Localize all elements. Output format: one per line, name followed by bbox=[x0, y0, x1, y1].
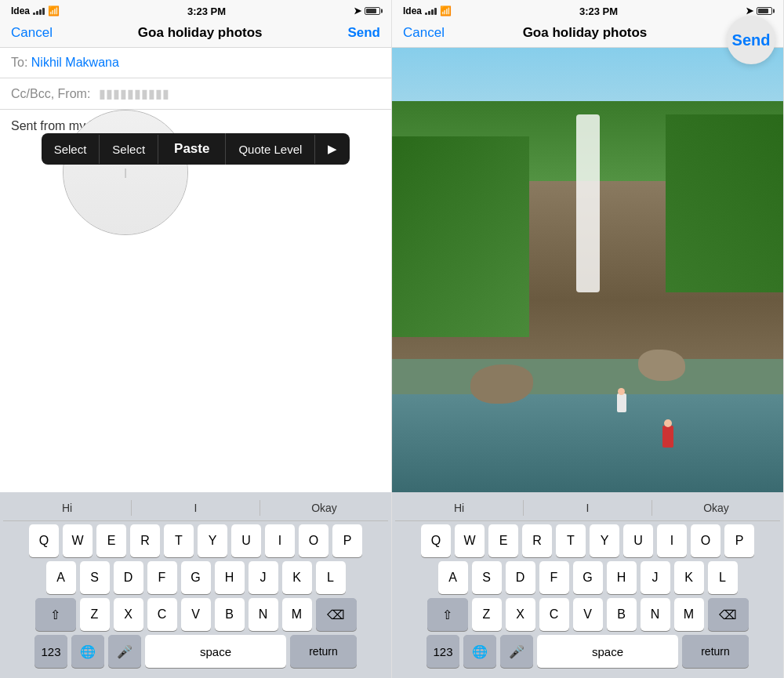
key-w-left[interactable]: W bbox=[63, 524, 93, 557]
nav-bar-left: Cancel Goa holiday photos Send bbox=[0, 20, 391, 48]
key-o-right[interactable]: O bbox=[691, 524, 720, 557]
key-u-right[interactable]: U bbox=[623, 524, 653, 557]
key-mic-right[interactable]: 🎤 bbox=[500, 635, 533, 668]
water-pool bbox=[392, 394, 783, 492]
key-q-left[interactable]: Q bbox=[29, 524, 59, 557]
key-a-right[interactable]: A bbox=[438, 561, 468, 594]
key-v-left[interactable]: V bbox=[181, 598, 211, 631]
key-shift-left[interactable]: ⇧ bbox=[35, 598, 76, 631]
key-return-left[interactable]: return bbox=[290, 635, 357, 668]
key-r-left[interactable]: R bbox=[130, 524, 160, 557]
suggestion-hi-right[interactable]: Hi bbox=[395, 500, 524, 516]
key-d-right[interactable]: D bbox=[506, 561, 535, 594]
key-p-left[interactable]: P bbox=[332, 524, 362, 557]
rock-right bbox=[638, 350, 685, 381]
key-w-right[interactable]: W bbox=[455, 524, 485, 557]
right-phone-panel: Send Idea 📶 3:23 PM ➤ Cancel Goa holiday… bbox=[392, 0, 784, 678]
key-x-left[interactable]: X bbox=[114, 598, 143, 631]
key-l-right[interactable]: L bbox=[708, 561, 738, 594]
key-d-left[interactable]: D bbox=[114, 561, 143, 594]
key-x-right[interactable]: X bbox=[506, 598, 535, 631]
suggestion-okay-right[interactable]: Okay bbox=[652, 500, 780, 516]
suggestions-left: Hi I Okay bbox=[3, 497, 388, 521]
key-o-left[interactable]: O bbox=[299, 524, 328, 557]
context-select[interactable]: Select bbox=[100, 135, 158, 164]
context-paste[interactable]: Paste bbox=[158, 133, 226, 165]
key-delete-left[interactable]: ⌫ bbox=[316, 598, 357, 631]
key-delete-right[interactable]: ⌫ bbox=[708, 598, 749, 631]
key-return-right[interactable]: return bbox=[682, 635, 749, 668]
send-button-left[interactable]: Send bbox=[347, 25, 380, 41]
key-n-left[interactable]: N bbox=[249, 598, 278, 631]
mic-icon-right: 🎤 bbox=[509, 644, 524, 659]
key-h-left[interactable]: H bbox=[215, 561, 245, 594]
key-g-left[interactable]: G bbox=[181, 561, 211, 594]
key-z-right[interactable]: Z bbox=[472, 598, 502, 631]
send-button-circle-right[interactable]: Send bbox=[727, 16, 775, 64]
key-y-right[interactable]: Y bbox=[590, 524, 619, 557]
key-e-left[interactable]: E bbox=[96, 524, 126, 557]
key-globe-right[interactable]: 🌐 bbox=[463, 635, 496, 668]
key-space-left[interactable]: space bbox=[145, 635, 286, 668]
suggestion-i-left[interactable]: I bbox=[132, 500, 260, 516]
waterfall-image bbox=[392, 48, 783, 492]
key-m-right[interactable]: M bbox=[674, 598, 704, 631]
context-select-all[interactable]: Select bbox=[42, 135, 100, 164]
key-mic-left[interactable]: 🎤 bbox=[108, 635, 141, 668]
ccbcc-field-left[interactable]: Cc/Bcc, From: ▮▮▮▮▮▮▮▮▮▮ bbox=[0, 78, 391, 110]
key-i-left[interactable]: I bbox=[265, 524, 295, 557]
key-shift-right[interactable]: ⇧ bbox=[427, 598, 468, 631]
key-globe-left[interactable]: 🌐 bbox=[71, 635, 104, 668]
key-k-left[interactable]: K bbox=[282, 561, 312, 594]
carrier-left: Idea bbox=[11, 5, 30, 16]
key-f-left[interactable]: F bbox=[147, 561, 177, 594]
key-m-left[interactable]: M bbox=[282, 598, 312, 631]
location-icon-right: ➤ bbox=[746, 5, 753, 16]
key-c-left[interactable]: C bbox=[147, 598, 177, 631]
key-b-right[interactable]: B bbox=[607, 598, 637, 631]
key-space-right[interactable]: space bbox=[537, 635, 678, 668]
context-more[interactable]: ▶ bbox=[315, 134, 350, 164]
suggestion-i-right[interactable]: I bbox=[524, 500, 652, 516]
key-i-right[interactable]: I bbox=[657, 524, 687, 557]
key-l-left[interactable]: L bbox=[316, 561, 346, 594]
key-v-right[interactable]: V bbox=[573, 598, 603, 631]
key-k-right[interactable]: K bbox=[674, 561, 704, 594]
key-s-left[interactable]: S bbox=[80, 561, 110, 594]
key-row-1-left: Q W E R T Y U I O P bbox=[3, 524, 388, 557]
key-z-left[interactable]: Z bbox=[80, 598, 110, 631]
key-h-right[interactable]: H bbox=[607, 561, 637, 594]
person-2-head bbox=[618, 388, 625, 395]
cancel-button-left[interactable]: Cancel bbox=[11, 25, 53, 41]
key-f-right[interactable]: F bbox=[539, 561, 569, 594]
key-123-right[interactable]: 123 bbox=[426, 635, 459, 668]
wifi-icon-left: 📶 bbox=[48, 5, 60, 16]
suggestion-hi-left[interactable]: Hi bbox=[3, 500, 132, 516]
key-g-right[interactable]: G bbox=[573, 561, 603, 594]
key-y-left[interactable]: Y bbox=[198, 524, 227, 557]
key-b-left[interactable]: B bbox=[215, 598, 245, 631]
key-n-right[interactable]: N bbox=[641, 598, 670, 631]
key-t-right[interactable]: T bbox=[556, 524, 586, 557]
key-r-right[interactable]: R bbox=[522, 524, 552, 557]
cancel-button-right[interactable]: Cancel bbox=[403, 25, 445, 41]
key-a-left[interactable]: A bbox=[46, 561, 76, 594]
nav-bar-right: Cancel Goa holiday photos bbox=[392, 20, 783, 48]
key-t-left[interactable]: T bbox=[164, 524, 194, 557]
key-123-left[interactable]: 123 bbox=[34, 635, 67, 668]
carrier-right: Idea bbox=[403, 5, 422, 16]
key-e-right[interactable]: E bbox=[488, 524, 518, 557]
key-s-right[interactable]: S bbox=[472, 561, 502, 594]
key-u-left[interactable]: U bbox=[231, 524, 261, 557]
email-body-left[interactable]: Sent from my iPhone bbox=[0, 110, 391, 492]
key-j-right[interactable]: J bbox=[641, 561, 670, 594]
key-c-right[interactable]: C bbox=[539, 598, 569, 631]
context-quote-level[interactable]: Quote Level bbox=[226, 135, 315, 164]
key-p-right[interactable]: P bbox=[724, 524, 754, 557]
key-j-left[interactable]: J bbox=[249, 561, 278, 594]
ccbcc-value: ▮▮▮▮▮▮▮▮▮▮ bbox=[99, 87, 169, 100]
person-2 bbox=[617, 393, 626, 412]
to-field-left[interactable]: To: Nikhil Makwana bbox=[0, 48, 391, 78]
suggestion-okay-left[interactable]: Okay bbox=[260, 500, 388, 516]
key-q-right[interactable]: Q bbox=[421, 524, 451, 557]
